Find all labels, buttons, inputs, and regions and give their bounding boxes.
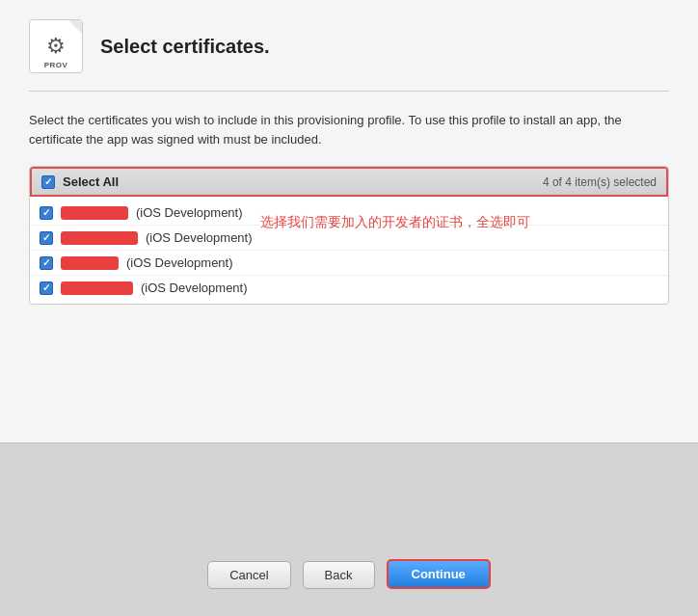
page-title: Select certificates.	[100, 36, 270, 58]
cert-checkbox-2[interactable]	[40, 231, 53, 245]
certificate-table-container: Select All 4 of 4 item(s) selected (iOS …	[29, 166, 669, 320]
prov-icon: ⚙ PROV	[29, 19, 83, 73]
cert-name-3	[61, 256, 119, 270]
certificate-list: (iOS Development) (iOS Development) (iOS…	[30, 197, 668, 304]
certificate-table: Select All 4 of 4 item(s) selected (iOS …	[29, 166, 669, 305]
table-row[interactable]: (iOS Development)	[30, 276, 668, 300]
cert-type-1: (iOS Development)	[136, 205, 243, 220]
cert-checkbox-1[interactable]	[40, 206, 53, 220]
gear-icon: ⚙	[46, 34, 66, 59]
cert-name-2	[61, 231, 138, 245]
bottom-section: Cancel Back Continue	[0, 442, 698, 616]
dialog-header: ⚙ PROV Select certificates.	[29, 19, 669, 92]
back-button[interactable]: Back	[303, 561, 375, 589]
prov-label: PROV	[30, 61, 82, 69]
cert-name-1	[61, 206, 128, 220]
cert-name-4	[61, 281, 133, 295]
select-all-checkbox[interactable]	[41, 175, 55, 189]
selection-count: 4 of 4 item(s) selected	[543, 175, 657, 189]
continue-button[interactable]: Continue	[387, 559, 491, 589]
cert-type-3: (iOS Development)	[126, 255, 233, 270]
cert-type-2: (iOS Development)	[146, 230, 253, 245]
table-row[interactable]: (iOS Development)	[30, 251, 668, 276]
cancel-button[interactable]: Cancel	[207, 561, 290, 589]
cert-type-4: (iOS Development)	[141, 281, 248, 295]
table-header: Select All 4 of 4 item(s) selected	[30, 167, 668, 197]
cert-checkbox-4[interactable]	[40, 281, 53, 295]
table-row[interactable]: (iOS Development)	[30, 201, 668, 226]
cert-checkbox-3[interactable]	[40, 256, 53, 270]
table-row[interactable]: (iOS Development)	[30, 226, 668, 251]
select-all-label[interactable]: Select All	[63, 174, 119, 189]
description-text: Select the certificates you wish to incl…	[29, 111, 669, 148]
